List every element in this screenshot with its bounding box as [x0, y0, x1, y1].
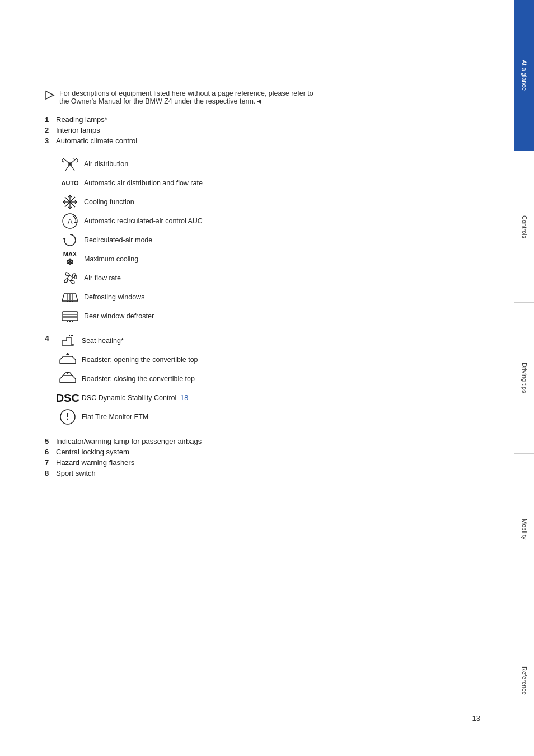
climate-row-defrost-rear: Rear window defroster	[56, 307, 491, 325]
bottom-item-6: 6 Central locking system	[45, 448, 491, 456]
bottom-label-8: Sport switch	[56, 469, 96, 477]
bottom-label-6: Central locking system	[56, 448, 129, 456]
list-num-2: 2	[45, 126, 56, 134]
bottom-num-8: 8	[45, 469, 56, 477]
climate-row-defrost-front: Defrosting windows	[56, 288, 491, 306]
cooling-label: Cooling function	[84, 198, 491, 206]
conv-close-label: Roadster: closing the convertible top	[82, 375, 198, 383]
bottom-label-5: Indicator/warning lamp for passenger air…	[56, 437, 202, 445]
climate-row-cooling: Cooling function	[56, 193, 491, 211]
recirc-label: Recirculated-air mode	[84, 236, 491, 244]
svg-point-24	[68, 276, 72, 280]
max-icon: MAX ❄	[56, 251, 84, 267]
list-num-3: 3	[45, 137, 56, 145]
snowflake-icon	[56, 194, 84, 210]
section4-icon-table: Seat heating* Roadster: opening the conv…	[54, 332, 198, 427]
bottom-item-8: 8 Sport switch	[45, 469, 491, 477]
auc-label: Automatic recirculated-air control AUC	[84, 217, 491, 225]
intro-text: For descriptions of equipment listed her…	[59, 90, 325, 105]
section4-row-conv-close: Roadster: closing the convertible top	[54, 370, 198, 388]
list-num-1: 1	[45, 115, 56, 124]
svg-text:~: ~	[72, 157, 76, 161]
sidebar-item-mobility[interactable]: Mobility	[514, 454, 534, 605]
seat-heat-label: Seat heating*	[82, 337, 198, 345]
max-label: Maximum cooling	[84, 255, 491, 263]
airflow-icon	[56, 269, 84, 287]
list-label-3: Automatic climate control	[56, 137, 137, 145]
max-snowflake: ❄	[66, 257, 73, 267]
section-4-block: 4 Seat heating*	[45, 332, 491, 427]
bottom-num-6: 6	[45, 448, 56, 456]
sidebar-item-controls[interactable]: Controls	[514, 151, 534, 302]
intro-numbered-list: 1 Reading lamps* 2 Interior lamps 3 Auto…	[45, 115, 491, 145]
svg-text:A: A	[68, 217, 73, 226]
bottom-num-5: 5	[45, 437, 56, 445]
defrost-rear-label: Rear window defroster	[84, 312, 491, 320]
list-item-3: 3 Automatic climate control	[45, 137, 491, 145]
bottom-item-7: 7 Hazard warning flashers	[45, 458, 491, 467]
dsc-page-link[interactable]: 18	[180, 394, 188, 402]
auto-text: AUTO	[62, 180, 79, 186]
svg-text:!: !	[66, 412, 69, 421]
climate-row-max: MAX ❄ Maximum cooling	[56, 250, 491, 268]
section-4-num: 4	[45, 334, 49, 343]
svg-marker-34	[66, 353, 69, 355]
list-item-2: 2 Interior lamps	[45, 126, 491, 134]
climate-row-air-dist: ~ ~ Air distribution	[56, 155, 491, 173]
section4-row-seat-heat: Seat heating*	[54, 332, 198, 350]
airflow-label: Air flow rate	[84, 274, 491, 282]
section4-row-ftm: ! Flat Tire Monitor FTM	[54, 408, 198, 426]
dsc-text: DSC	[56, 392, 79, 405]
bottom-num-7: 7	[45, 458, 56, 467]
climate-row-airflow: Air flow rate	[56, 269, 491, 287]
svg-line-5	[70, 164, 74, 171]
svg-marker-23	[63, 238, 66, 240]
climate-row-auto: AUTO Automatic air distribution and flow…	[56, 174, 491, 192]
max-text: MAX	[63, 251, 77, 257]
section4-row-conv-open: Roadster: opening the convertible top	[54, 351, 198, 369]
svg-marker-0	[46, 91, 54, 99]
defrost-rear-icon	[56, 308, 84, 325]
sidebar-item-reference[interactable]: Reference	[514, 605, 534, 756]
auc-icon: A	[56, 212, 84, 230]
list-item-1: 1 Reading lamps*	[45, 115, 491, 124]
conv-open-label: Roadster: opening the convertible top	[82, 356, 198, 364]
bottom-item-5: 5 Indicator/warning lamp for passenger a…	[45, 437, 491, 445]
section4-row-dsc: DSC DSC Dynamic Stability Control 18	[54, 389, 198, 407]
dsc-icon: DSC	[54, 392, 82, 405]
sidebar-item-at-a-glance[interactable]: At a glance	[514, 0, 534, 151]
seat-heat-icon	[54, 333, 82, 349]
list-label-1: Reading lamps*	[56, 115, 107, 124]
bottom-list: 5 Indicator/warning lamp for passenger a…	[45, 437, 491, 477]
ftm-icon: !	[54, 408, 82, 426]
bottom-label-7: Hazard warning flashers	[56, 458, 134, 467]
air-dist-icon: ~ ~	[56, 156, 84, 172]
triangle-icon	[45, 90, 55, 100]
ftm-label: Flat Tire Monitor FTM	[82, 413, 198, 421]
defrost-front-icon	[56, 289, 84, 306]
sidebar-item-driving-tips[interactable]: Driving tips	[514, 303, 534, 454]
svg-line-4	[65, 164, 70, 171]
list-label-2: Interior lamps	[56, 126, 100, 134]
climate-row-recirc: Recirculated-air mode	[56, 231, 491, 249]
dsc-label: DSC Dynamic Stability Control 18	[82, 394, 198, 402]
climate-row-auc: A Automatic recirculated-air control AUC	[56, 212, 491, 230]
air-dist-label: Air distribution	[84, 160, 491, 168]
defrost-front-label: Defrosting windows	[84, 293, 491, 301]
page-number: 13	[472, 714, 480, 722]
main-content: For descriptions of equipment listed her…	[0, 0, 514, 756]
conv-close-icon	[54, 371, 82, 387]
right-sidebar: At a glance Controls Driving tips Mobili…	[514, 0, 534, 756]
auto-icon: AUTO	[56, 180, 84, 186]
conv-open-icon	[54, 352, 82, 368]
recirc-icon	[56, 232, 84, 248]
intro-box: For descriptions of equipment listed her…	[45, 90, 325, 105]
climate-icon-table: ~ ~ Air distribution AUTO Automatic air …	[56, 155, 491, 325]
auto-label: Automatic air distribution and flow rate	[84, 179, 491, 187]
